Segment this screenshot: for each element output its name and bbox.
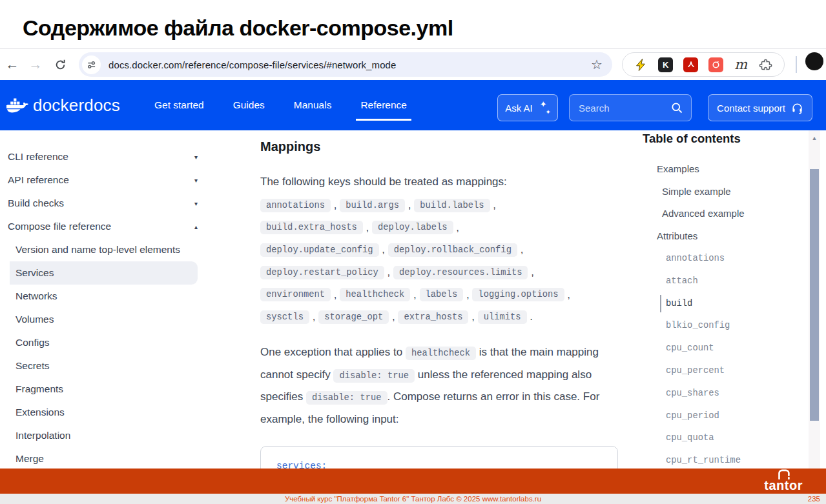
sidebar-item-version-and-name-top-level-elements[interactable]: Version and name top-level elements: [0, 238, 252, 261]
section-heading: Mappings: [260, 139, 320, 154]
nav-reference[interactable]: Reference: [360, 99, 407, 111]
toc-item-examples[interactable]: Examples: [643, 157, 801, 180]
lightning-extension-icon[interactable]: [633, 57, 648, 72]
footer-bar: tantor: [0, 469, 826, 494]
separator-text: ,: [564, 288, 570, 301]
nav-guides[interactable]: Guides: [233, 99, 265, 111]
site-settings-icon[interactable]: [82, 55, 101, 74]
separator-text: ,: [528, 266, 533, 279]
letter-m-extension-icon[interactable]: m: [733, 57, 749, 72]
separator-text: ,: [379, 243, 388, 256]
toc-item-simple-example[interactable]: Simple example: [643, 180, 801, 203]
letter-m-glyph: m: [734, 57, 747, 72]
toc-item-cpu-percent[interactable]: cpu_percent: [643, 359, 801, 382]
dockerdocs-logo[interactable]: dockerdocs: [6, 80, 120, 130]
record-extension-icon[interactable]: [708, 57, 723, 72]
reload-icon[interactable]: [49, 49, 71, 80]
contact-support-button[interactable]: Contact support: [708, 94, 812, 121]
page-scrollbar[interactable]: ▲: [809, 130, 820, 494]
toc-item-cpu-shares[interactable]: cpu_shares: [643, 382, 801, 405]
sidebar-item-compose-file-reference[interactable]: Compose file reference▴: [0, 215, 252, 238]
sidebar-item-label: Merge: [15, 453, 44, 465]
toc-item-blkio-config[interactable]: blkio_config: [643, 315, 801, 338]
toc-item-cpu-period[interactable]: cpu_period: [643, 405, 801, 427]
toc-item-build[interactable]: build: [643, 292, 801, 315]
puzzle-extension-icon[interactable]: [758, 57, 774, 72]
page-content: CLI reference▾API reference▾Build checks…: [0, 130, 826, 494]
toc-item-attributes[interactable]: Attributes: [643, 225, 801, 247]
sidebar-item-label: CLI reference: [8, 151, 68, 163]
sidebar-item-interpolation[interactable]: Interpolation: [0, 424, 252, 447]
mapping-row: sysctls , storage_opt , extra_hosts , ul…: [260, 306, 622, 328]
sidebar-item-fragments[interactable]: Fragments: [0, 378, 252, 401]
code-chip-extra-hosts: extra_hosts: [398, 310, 468, 324]
code-chip-environment: environment: [260, 288, 331, 301]
course-text: Учебный курс "Платформа Tantor 6" Тантор…: [285, 495, 541, 503]
separator-text: ,: [453, 221, 459, 234]
sidebar-item-api-reference[interactable]: API reference▾: [0, 168, 252, 192]
code-chip-deploy-labels: deploy.labels: [372, 221, 453, 234]
sidebar-item-label: API reference: [8, 174, 69, 186]
toc-item-attach[interactable]: attach: [643, 270, 801, 292]
nav-manuals[interactable]: Manuals: [294, 99, 332, 111]
toc-item-annotations[interactable]: annotations: [643, 247, 801, 270]
toc-item-cpu-count[interactable]: cpu_count: [643, 337, 801, 359]
separator-text: ,: [363, 221, 372, 234]
separator-text: ,: [517, 243, 523, 256]
sidebar-item-cli-reference[interactable]: CLI reference▾: [0, 145, 252, 168]
ask-ai-button[interactable]: Ask AI ✦✦: [497, 94, 558, 121]
sidebar-item-secrets[interactable]: Secrets: [0, 354, 252, 378]
inline-code: disable: true: [333, 369, 415, 383]
search-icon: [670, 101, 683, 114]
tune-icon: [87, 60, 96, 70]
footer-strip: Учебный курс "Платформа Tantor 6" Тантор…: [0, 494, 826, 504]
forward-icon[interactable]: →: [25, 49, 46, 80]
record-badge: [708, 57, 723, 72]
chevron-down-icon[interactable]: ▾: [194, 177, 198, 184]
sidebar-item-label: Compose file reference: [8, 221, 111, 232]
code-chip-build-labels: build.labels: [414, 199, 490, 212]
adobe-pdf-extension-icon[interactable]: [683, 57, 699, 72]
sidebar-item-label: Services: [15, 267, 54, 279]
code-chip-deploy-resources-limits: deploy.resources.limits: [393, 266, 528, 279]
sidebar-item-merge[interactable]: Merge: [0, 447, 252, 470]
inline-code: healthcheck: [406, 347, 476, 360]
scrollbar-thumb[interactable]: [810, 169, 819, 421]
site-nav: Get startedGuidesManualsReference: [154, 80, 407, 130]
toc-title: Table of contents: [643, 132, 741, 146]
search-box[interactable]: [569, 94, 692, 121]
separator-text: ,: [463, 288, 472, 301]
exception-paragraph: One exception that applies to healthchec…: [260, 341, 619, 430]
logo-text: dockerdocs: [33, 96, 120, 116]
separator-text: ,: [468, 310, 477, 323]
sidebar-item-networks[interactable]: Networks: [0, 285, 252, 308]
chevron-up-icon[interactable]: ▴: [194, 223, 198, 230]
profile-avatar[interactable]: [805, 52, 823, 70]
sidebar-item-configs[interactable]: Configs: [0, 331, 252, 354]
site-header: dockerdocs Get startedGuidesManualsRefer…: [0, 80, 826, 130]
bookmark-star-icon[interactable]: ☆: [591, 58, 603, 71]
code-chip-ulimits: ulimits: [478, 310, 527, 324]
search-input[interactable]: [577, 102, 670, 114]
contact-support-label: Contact support: [717, 103, 785, 114]
code-chip-deploy-update-config: deploy.update_config: [260, 243, 379, 257]
separator-text: ,: [405, 199, 414, 212]
chevron-down-icon[interactable]: ▾: [194, 200, 198, 207]
acrobat-badge: [683, 57, 698, 72]
letter-k-extension-icon[interactable]: K: [658, 57, 674, 72]
chevron-down-icon[interactable]: ▾: [194, 154, 198, 161]
nav-get-started[interactable]: Get started: [154, 99, 204, 111]
sidebar-item-label: Version and name top-level elements: [15, 244, 180, 256]
sidebar-item-label: Extensions: [15, 407, 65, 418]
mapping-row: deploy.restart_policy , deploy.resources…: [260, 261, 622, 284]
sidebar-item-services[interactable]: Services: [0, 261, 198, 285]
sidebar-item-build-checks[interactable]: Build checks▾: [0, 192, 252, 215]
scroll-up-icon[interactable]: ▲: [809, 135, 820, 141]
sidebar-item-volumes[interactable]: Volumes: [0, 308, 252, 331]
mapping-row: deploy.update_config , deploy.rollback_c…: [260, 239, 622, 261]
url-bar[interactable]: docs.docker.com/reference/compose-file/s…: [79, 52, 612, 77]
sidebar-item-extensions[interactable]: Extensions: [0, 401, 252, 424]
back-icon[interactable]: ←: [1, 49, 23, 80]
toc-item-cpu-quota[interactable]: cpu_quota: [643, 427, 801, 450]
toc-item-advanced-example[interactable]: Advanced example: [643, 203, 801, 225]
